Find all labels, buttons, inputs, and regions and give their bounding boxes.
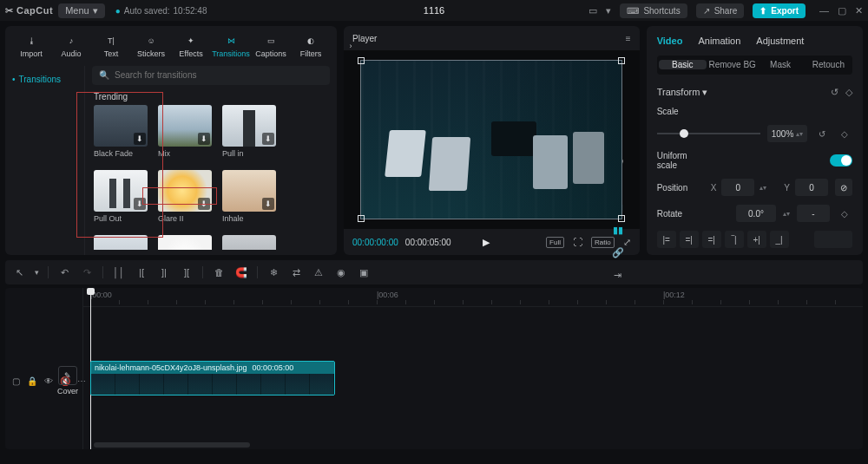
search-input[interactable]	[115, 70, 323, 80]
media-tab-stickers[interactable]: ☺Stickers	[132, 34, 170, 58]
tab-adjustment[interactable]: Adjustment	[756, 36, 804, 46]
maximize-icon[interactable]: ▢	[838, 5, 846, 16]
layout-icon[interactable]: ▭	[589, 5, 597, 16]
split-right-icon[interactable]: ]|	[157, 265, 171, 279]
transform-header[interactable]: Transform ▾	[657, 87, 708, 98]
shortcuts-button[interactable]: ⌨Shortcuts	[620, 3, 687, 18]
menu-button[interactable]: Menu ▾	[58, 3, 105, 18]
transition-thumb[interactable]: ⬇Inhale	[222, 170, 276, 223]
transition-thumb[interactable]: ⬇Mix	[158, 105, 212, 158]
subtab-mask[interactable]: Mask	[756, 60, 804, 69]
reverse-icon[interactable]: ⇄	[289, 265, 303, 279]
subtab-basic[interactable]: Basic	[659, 60, 707, 69]
link-icon[interactable]: 🔗	[611, 245, 625, 259]
keyframe-icon[interactable]: ◇	[837, 129, 852, 139]
hamburger-icon[interactable]: ≡	[626, 34, 631, 43]
transition-thumb[interactable]: ⬇Pull in	[222, 105, 276, 158]
chevron-down-icon[interactable]: ▾	[606, 5, 611, 16]
transition-thumb[interactable]: ⬇	[94, 235, 148, 250]
download-icon[interactable]: ⬇	[262, 133, 274, 145]
delete-icon[interactable]: 🗑	[212, 265, 226, 279]
media-tab-filters[interactable]: ◐Filters	[292, 34, 330, 58]
thumb-image: ⬇	[94, 235, 148, 250]
timeline-left-gutter: ▢ 🔒 👁 🔇 ⋯ ✎ Cover	[5, 288, 83, 449]
timeline-tracks[interactable]: |00:00|00:06|00:12|00:18|00:24|00.30 nik…	[83, 288, 863, 449]
cursor-icon[interactable]: ↖	[12, 265, 26, 279]
media-tab-effects[interactable]: ✦Effects	[172, 34, 210, 58]
scale-value[interactable]: 100%▴▾	[767, 125, 807, 142]
media-tab-label: Transitions	[212, 49, 250, 58]
resize-handle[interactable]	[358, 215, 365, 222]
transition-thumb[interactable]: ⬇Black Fade	[94, 105, 148, 158]
resize-handle[interactable]	[618, 57, 625, 64]
player-canvas[interactable]	[344, 50, 640, 229]
project-title[interactable]: 1116	[424, 5, 444, 16]
text-icon: T|	[108, 34, 115, 48]
scale-slider[interactable]	[657, 127, 760, 140]
download-icon[interactable]: ⬇	[262, 198, 274, 210]
cover-button[interactable]: ✎ Cover	[56, 366, 80, 395]
download-icon[interactable]: ⬇	[134, 198, 146, 210]
resize-handle[interactable]	[358, 57, 365, 64]
keyframe-icon[interactable]: ◇	[845, 87, 852, 98]
split-icon[interactable]: ││	[112, 265, 126, 279]
close-icon[interactable]: ✕	[855, 5, 863, 16]
split-both-icon[interactable]: ][	[180, 265, 194, 279]
ruler-label: |00:12	[663, 291, 685, 299]
magnet-icon[interactable]: 🧲	[234, 265, 248, 279]
track-toggle2-icon[interactable]: ▮▮	[611, 223, 625, 237]
minimize-icon[interactable]: —	[819, 5, 829, 16]
media-tab-transitions[interactable]: ⋈Transitions	[212, 34, 250, 58]
tab-video[interactable]: Video	[657, 36, 683, 46]
import-icon: ⭳	[28, 34, 36, 48]
media-tab-audio[interactable]: ♪Audio	[52, 34, 90, 58]
search-bar[interactable]: 🔍	[92, 66, 330, 85]
freeze-icon[interactable]: ❄	[266, 265, 280, 279]
visibility-icon[interactable]: 🔒	[27, 376, 37, 386]
warning-icon[interactable]: ⚠	[312, 265, 326, 279]
uniform-scale-toggle[interactable]	[830, 154, 852, 167]
timeline-clip[interactable]: nikolai-lehmann-05cDX4y2oJ8-unsplash.jpg…	[90, 361, 335, 395]
share-button[interactable]: ↗Share	[696, 3, 745, 18]
export-button[interactable]: ⬆Export	[753, 3, 806, 18]
share-icon: ↗	[703, 6, 710, 16]
record-icon[interactable]: ◉	[334, 265, 348, 279]
transition-thumb[interactable]: ⬇Glare II	[158, 170, 212, 223]
chevron-down-icon[interactable]: ▾	[35, 268, 39, 277]
media-tab-label: Stickers	[137, 49, 165, 58]
subtab-removebg[interactable]: Remove BG	[708, 60, 756, 69]
rail-item-transitions[interactable]: •Transitions	[5, 71, 84, 88]
undo-icon[interactable]: ↶	[57, 265, 71, 279]
subtab-retouch[interactable]: Retouch	[805, 60, 852, 69]
reset-icon[interactable]: ↺	[814, 129, 830, 139]
media-tab-text[interactable]: T|Text	[92, 34, 130, 58]
transition-thumb[interactable]: ⬇	[222, 235, 276, 250]
media-tab-captions[interactable]: ▭Captions	[252, 34, 290, 58]
media-tab-label: Audio	[61, 49, 81, 58]
player-frame[interactable]	[360, 60, 622, 219]
export-icon: ⬆	[760, 6, 766, 16]
crop-icon[interactable]: ▣	[357, 265, 371, 279]
lock-icon[interactable]: ▢	[12, 376, 20, 386]
captions-icon: ▭	[267, 34, 275, 48]
download-icon[interactable]: ⬇	[198, 133, 210, 145]
media-tab-label: Effects	[179, 49, 202, 58]
split-left-icon[interactable]: |[	[135, 265, 148, 279]
transition-thumb[interactable]: ⬇	[158, 235, 212, 250]
transition-thumb[interactable]: ⬇Pull Out	[94, 170, 148, 223]
redo-icon[interactable]: ↷	[80, 265, 94, 279]
media-tab-label: Filters	[300, 49, 322, 58]
ruler-label: |00:06	[377, 291, 398, 299]
resize-handle[interactable]	[618, 215, 625, 222]
download-icon[interactable]: ⬇	[134, 133, 146, 145]
left-rail: •Transitions	[5, 66, 85, 255]
media-tabs-more[interactable]: ›	[332, 39, 370, 53]
timeline-scrollbar[interactable]	[83, 441, 863, 449]
align-icon[interactable]: ⇥	[611, 268, 625, 282]
download-icon[interactable]: ⬇	[198, 198, 210, 210]
eye-icon[interactable]: 👁	[44, 376, 53, 386]
reset-icon[interactable]: ↺	[831, 87, 838, 98]
timeline-ruler[interactable]: |00:00|00:06|00:12|00:18|00:24|00.30	[83, 288, 863, 307]
tab-animation[interactable]: Animation	[698, 36, 740, 46]
media-tab-import[interactable]: ⭳Import	[12, 34, 50, 58]
